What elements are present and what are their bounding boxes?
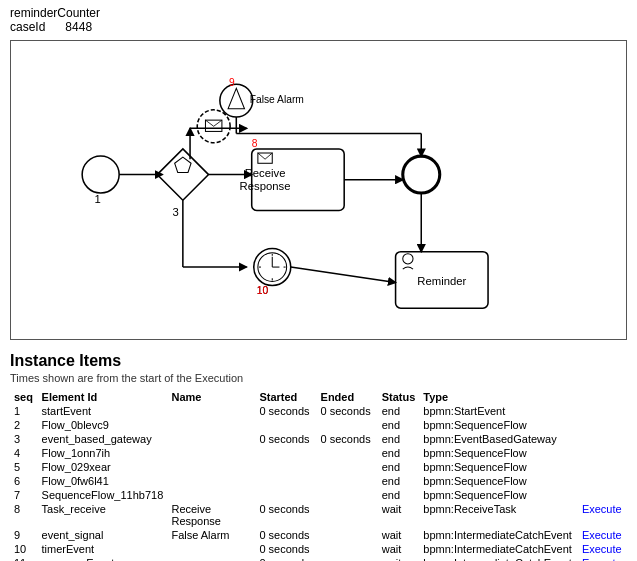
table-row: 3event_based_gateway0 seconds0 secondsen… — [10, 432, 627, 446]
cell-ended — [317, 556, 378, 561]
cell-element-id: Flow_1onn7ih — [38, 446, 168, 460]
cell-name — [167, 446, 255, 460]
col-header-seq: seq — [10, 390, 38, 404]
cell-seq: 11 — [10, 556, 38, 561]
cell-type: bpmn:StartEvent — [419, 404, 578, 418]
cell-status: end — [378, 446, 420, 460]
cell-ended: 0 seconds — [317, 404, 378, 418]
cell-action[interactable]: Execute — [578, 528, 627, 542]
svg-text:10: 10 — [257, 285, 269, 296]
cell-type: bpmn:SequenceFlow — [419, 446, 578, 460]
cell-started: 0 seconds — [255, 556, 316, 561]
table-row: 4Flow_1onn7ihendbpmn:SequenceFlow — [10, 446, 627, 460]
cell-seq: 5 — [10, 460, 38, 474]
table-row: 5Flow_029xearendbpmn:SequenceFlow — [10, 460, 627, 474]
cell-element-id: timerEvent — [38, 542, 168, 556]
cell-name — [167, 488, 255, 502]
cell-action[interactable]: Execute — [578, 542, 627, 556]
execute-link[interactable]: Execute — [582, 503, 622, 515]
cell-action — [578, 488, 627, 502]
svg-text:9: 9 — [229, 77, 235, 88]
table-row: 7SequenceFlow_11hb718endbpmn:SequenceFlo… — [10, 488, 627, 502]
cell-name — [167, 432, 255, 446]
bpmn-diagram: 1 3 Receive Response 8 — [10, 40, 627, 340]
cell-name — [167, 542, 255, 556]
col-header-element: Element Id — [38, 390, 168, 404]
cell-status: wait — [378, 528, 420, 542]
svg-point-0 — [82, 156, 119, 193]
cell-action[interactable]: Execute — [578, 556, 627, 561]
svg-point-35 — [403, 254, 413, 264]
cell-name: False Alarm — [167, 528, 255, 542]
cell-status: end — [378, 460, 420, 474]
cell-name — [167, 474, 255, 488]
cell-status: wait — [378, 542, 420, 556]
cell-name — [167, 418, 255, 432]
cell-action — [578, 418, 627, 432]
cell-ended: 0 seconds — [317, 432, 378, 446]
execute-link[interactable]: Execute — [582, 543, 622, 555]
cell-status: end — [378, 474, 420, 488]
svg-line-37 — [291, 267, 396, 282]
svg-text:False Alarm: False Alarm — [250, 94, 304, 105]
cell-started: 0 seconds — [255, 404, 316, 418]
col-header-action — [578, 390, 627, 404]
cell-name — [167, 556, 255, 561]
cell-type: bpmn:SequenceFlow — [419, 474, 578, 488]
cell-status: end — [378, 488, 420, 502]
reminder-counter-label: reminderCounter — [10, 6, 100, 20]
cell-started: 0 seconds — [255, 528, 316, 542]
cell-element-id: SequenceFlow_11hb718 — [38, 488, 168, 502]
cell-seq: 7 — [10, 488, 38, 502]
cell-status: end — [378, 418, 420, 432]
table-row: 1startEvent0 seconds0 secondsendbpmn:Sta… — [10, 404, 627, 418]
cell-started — [255, 488, 316, 502]
cell-name: Receive Response — [167, 502, 255, 528]
cell-seq: 3 — [10, 432, 38, 446]
instance-items-title: Instance Items — [10, 352, 627, 370]
svg-text:1: 1 — [94, 193, 100, 205]
col-header-type: Type — [419, 390, 578, 404]
cell-seq: 9 — [10, 528, 38, 542]
cell-type: bpmn:SequenceFlow — [419, 460, 578, 474]
cell-type: bpmn:EventBasedGateway — [419, 432, 578, 446]
header-info: reminderCounter caseId 8448 — [0, 0, 637, 36]
cell-element-id: Task_receive — [38, 502, 168, 528]
execute-link[interactable]: Execute — [582, 557, 622, 561]
cell-name — [167, 404, 255, 418]
cell-type: bpmn:IntermediateCatchEvent — [419, 528, 578, 542]
cell-action — [578, 460, 627, 474]
cell-name — [167, 460, 255, 474]
table-row: 8Task_receiveReceive Response0 secondswa… — [10, 502, 627, 528]
cell-seq: 6 — [10, 474, 38, 488]
cell-action — [578, 404, 627, 418]
instance-items-subtitle: Times shown are from the start of the Ex… — [10, 372, 627, 384]
cell-started: 0 seconds — [255, 432, 316, 446]
table-row: 10timerEvent0 secondswaitbpmn:Intermedia… — [10, 542, 627, 556]
cell-element-id: Flow_0fw6l41 — [38, 474, 168, 488]
cell-ended — [317, 528, 378, 542]
cell-type: bpmn:IntermediateCatchEvent — [419, 556, 578, 561]
cell-ended — [317, 460, 378, 474]
cell-element-id: startEvent — [38, 404, 168, 418]
cell-element-id: event_based_gateway — [38, 432, 168, 446]
cell-seq: 4 — [10, 446, 38, 460]
cell-seq: 8 — [10, 502, 38, 528]
case-id-label: caseId — [10, 20, 45, 34]
table-row: 2Flow_0blevc9endbpmn:SequenceFlow — [10, 418, 627, 432]
cell-ended — [317, 542, 378, 556]
cell-action[interactable]: Execute — [578, 502, 627, 528]
svg-point-32 — [403, 156, 440, 193]
cell-type: bpmn:SequenceFlow — [419, 488, 578, 502]
cell-action — [578, 432, 627, 446]
cell-started — [255, 460, 316, 474]
execute-link[interactable]: Execute — [582, 529, 622, 541]
cell-seq: 1 — [10, 404, 38, 418]
svg-marker-29 — [228, 88, 244, 109]
cell-element-id: Flow_029xear — [38, 460, 168, 474]
svg-marker-4 — [175, 157, 191, 172]
col-header-started: Started — [255, 390, 316, 404]
cell-type: bpmn:IntermediateCatchEvent — [419, 542, 578, 556]
instance-table: seq Element Id Name Started Ended Status… — [10, 390, 627, 561]
svg-text:3: 3 — [173, 206, 179, 218]
